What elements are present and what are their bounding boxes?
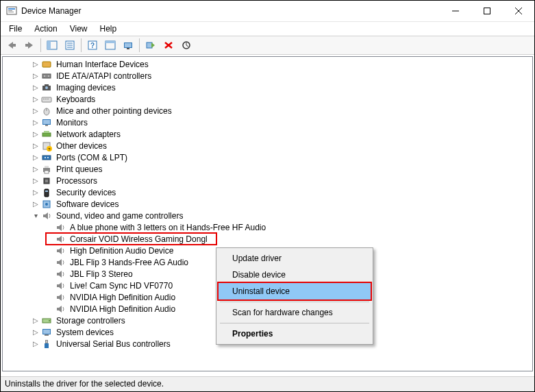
expander-icon[interactable]: ▷ [30, 107, 41, 114]
minimize-button[interactable] [440, 1, 471, 21]
titlebar: Device Manager [1, 1, 534, 22]
svg-rect-19 [105, 41, 115, 43]
storage-icon [41, 315, 52, 326]
tree-node[interactable]: ▷Monitors [3, 117, 532, 128]
svg-point-32 [45, 86, 48, 89]
security-icon [41, 187, 52, 198]
svg-rect-11 [47, 41, 51, 49]
node-label: NVIDIA High Definition Audio [69, 293, 177, 302]
node-label: Monitors [55, 118, 89, 127]
forward-button[interactable] [21, 38, 38, 53]
speaker-icon [55, 222, 66, 233]
tree-node[interactable]: ▷Mice and other pointing devices [3, 105, 532, 117]
menu-view[interactable]: View [64, 23, 93, 35]
node-label: Live! Cam Sync HD VF0770 [69, 281, 174, 291]
node-label: IDE ATA/ATAPI controllers [55, 71, 153, 81]
ctx-properties[interactable]: Properties [219, 326, 371, 342]
node-label: High Definition Audio Device [69, 246, 175, 256]
tree-node[interactable]: Corsair VOID Wireless Gaming Dongl [3, 233, 532, 245]
expander-icon[interactable]: ▷ [30, 188, 41, 196]
expander-icon[interactable]: ▷ [30, 142, 41, 149]
expander-icon[interactable]: ▷ [30, 130, 41, 138]
network-icon [41, 129, 52, 140]
ide-icon [41, 71, 52, 82]
speaker-icon [55, 280, 66, 291]
maximize-button[interactable] [471, 1, 503, 21]
svg-point-30 [48, 75, 49, 77]
tree-node[interactable]: ▷Human Interface Devices [3, 58, 532, 70]
speaker-icon [55, 292, 66, 303]
expander-icon[interactable]: ▷ [30, 328, 41, 336]
expander-icon[interactable]: ▷ [30, 84, 41, 91]
node-label: JBL Flip 3 Stereo [69, 269, 134, 279]
node-label: Print queues [55, 164, 103, 174]
expander-icon[interactable]: ▷ [30, 60, 41, 68]
svg-rect-37 [47, 99, 49, 99]
expander-icon[interactable]: ▷ [30, 72, 41, 79]
node-label: Ports (COM & LPT) [55, 153, 129, 162]
status-text: Uninstalls the driver for the selected d… [5, 379, 164, 389]
other-icon: ? [41, 140, 52, 151]
node-label: JBL Flip 3 Hands-Free AG Audio [69, 258, 190, 267]
uninstall-device-button[interactable] [160, 38, 177, 53]
help-button[interactable]: ? [84, 38, 101, 53]
toolbar-separator [139, 38, 140, 52]
tree-node[interactable]: ▷?Other devices [3, 140, 532, 151]
close-button[interactable] [503, 1, 534, 21]
svg-rect-53 [45, 171, 49, 173]
node-label: A blue phone with 3 letters on it Hands-… [69, 223, 267, 232]
expander-icon[interactable]: ▷ [30, 200, 41, 208]
svg-rect-21 [125, 43, 132, 47]
tree-node[interactable]: ▷Processors [3, 175, 532, 186]
show-hide-tree-button[interactable] [44, 38, 60, 53]
ctx-uninstall-device[interactable]: Uninstall device [217, 282, 372, 301]
software-icon [41, 199, 52, 210]
node-label: Human Interface Devices [55, 60, 150, 69]
expander-icon[interactable]: ▷ [30, 95, 41, 103]
tree-node[interactable]: ▷Ports (COM & LPT) [3, 151, 532, 163]
node-label: Mice and other pointing devices [55, 106, 173, 116]
expander-icon[interactable]: ▷ [30, 119, 41, 126]
menu-action[interactable]: Action [29, 23, 62, 35]
context-menu: Update driver Disable device Uninstall d… [216, 247, 373, 345]
expander-icon[interactable]: ▷ [30, 340, 41, 347]
node-label: Network adapters [55, 130, 122, 139]
menu-help[interactable]: Help [95, 23, 123, 35]
expander-icon[interactable]: ▷ [30, 154, 41, 161]
scan-hardware-button[interactable] [178, 38, 195, 53]
ctx-scan-hardware[interactable]: Scan for hardware changes [219, 304, 371, 321]
enable-device-button[interactable] [142, 38, 159, 53]
tree-node[interactable]: ▷Keyboards [3, 93, 532, 105]
svg-rect-52 [45, 166, 49, 168]
tree-node[interactable]: ▷Imaging devices [3, 82, 532, 93]
tree-node[interactable]: ▷Security devices [3, 186, 532, 198]
tree-node[interactable]: ▷IDE ATA/ATAPI controllers [3, 70, 532, 82]
expander-icon[interactable]: ▾ [30, 212, 41, 219]
expander-icon[interactable]: ▷ [30, 177, 41, 184]
svg-point-49 [45, 157, 46, 158]
tree-node[interactable]: ▾Sound, video and game controllers [3, 210, 532, 221]
expander-icon[interactable]: ▷ [30, 317, 41, 324]
node-label: System devices [55, 328, 115, 337]
svg-rect-5 [484, 8, 490, 14]
ctx-separator [220, 302, 369, 302]
svg-rect-41 [43, 120, 50, 124]
tree-node[interactable]: A blue phone with 3 letters on it Hands-… [3, 221, 532, 233]
back-button[interactable] [3, 38, 20, 53]
update-driver-button[interactable] [120, 38, 136, 53]
svg-rect-55 [45, 180, 48, 182]
ctx-disable-device[interactable]: Disable device [219, 267, 371, 283]
ctx-update-driver[interactable]: Update driver [219, 250, 371, 267]
tree-node[interactable]: ▷Network adapters [3, 128, 532, 140]
properties-button[interactable] [62, 38, 78, 53]
tree-node[interactable]: ▷Print queues [3, 163, 532, 175]
svg-point-29 [44, 75, 45, 77]
action-button[interactable] [102, 38, 119, 53]
keyboard-icon [41, 94, 52, 105]
svg-text:?: ? [90, 42, 95, 49]
expander-icon[interactable]: ▷ [30, 165, 41, 173]
svg-rect-33 [45, 84, 49, 86]
menu-file[interactable]: File [3, 23, 27, 35]
tree-node[interactable]: ▷Software devices [3, 198, 532, 210]
node-label: Universal Serial Bus controllers [55, 339, 172, 349]
